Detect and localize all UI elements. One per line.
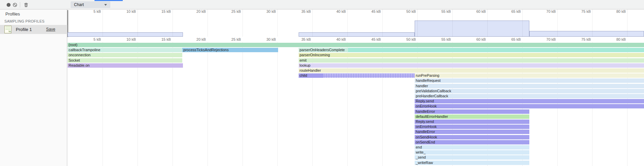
flame-bar[interactable]: Reply.send bbox=[415, 120, 529, 124]
flame-bar-label: preValidationCallback bbox=[416, 89, 451, 93]
overview-memory-area-segment[interactable] bbox=[529, 31, 644, 37]
flame-bar[interactable]: onErrorHook bbox=[415, 125, 529, 129]
flame-bar[interactable]: processTicksAndRejections bbox=[182, 48, 278, 52]
axis-gridline bbox=[277, 9, 278, 37]
flame-bar-label: (root) bbox=[69, 43, 77, 47]
flame-bar[interactable]: emit bbox=[299, 58, 644, 63]
axis-tick-label: 70 kB bbox=[546, 9, 556, 13]
flame-bar-label: Reply.send bbox=[416, 120, 434, 124]
axis-gridline bbox=[557, 9, 558, 37]
flame-bar[interactable]: Reply.send bbox=[415, 99, 644, 103]
axis-gridline bbox=[242, 42, 243, 166]
axis-gridline bbox=[312, 9, 313, 37]
flame-bar[interactable]: write_ bbox=[415, 150, 529, 155]
axis-tick-label: 35 kB bbox=[301, 9, 311, 13]
axis-tick-label: 60 kB bbox=[476, 9, 486, 13]
flame-bar[interactable]: handleRequest bbox=[415, 78, 644, 83]
flame-bar[interactable]: preValidationCallback bbox=[415, 89, 644, 93]
profile-icon-percent: % bbox=[8, 30, 11, 33]
axis-gridline bbox=[487, 9, 488, 37]
axis-gridline bbox=[382, 9, 383, 37]
flame-bar-label: write_ bbox=[416, 150, 425, 155]
flame-bar[interactable]: onconnection bbox=[68, 53, 182, 57]
axis-tick-label: 75 kB bbox=[581, 9, 591, 13]
flame-bar[interactable]: handleError bbox=[415, 109, 529, 114]
flame-bar[interactable]: runPreParsing bbox=[415, 73, 644, 78]
flame-bar-label: defaultErrorHandler bbox=[416, 114, 448, 119]
flame-bar[interactable]: (root) bbox=[68, 43, 644, 47]
axis-gridline bbox=[207, 9, 208, 37]
flame-bar[interactable]: _send bbox=[415, 155, 529, 160]
axis-tick-label: 40 kB bbox=[336, 9, 346, 13]
axis-tick-label: 25 kB bbox=[231, 37, 241, 41]
axis-gridline bbox=[592, 9, 593, 37]
record-button[interactable] bbox=[6, 2, 11, 7]
profiler-toolbar: Chart bbox=[0, 0, 644, 9]
axis-tick-label: 10 kB bbox=[126, 37, 136, 41]
flame-chart-pane[interactable]: 5 kB10 kB15 kB20 kB25 kB30 kB35 kB40 kB4… bbox=[67, 9, 644, 166]
flame-bar[interactable]: Readable.on bbox=[68, 63, 183, 68]
devtools-memory-panel: Chart Profiles SAMPLING PROFILES % Profi… bbox=[0, 0, 644, 166]
sampling-profiles-section-label: SAMPLING PROFILES bbox=[4, 19, 44, 23]
flame-bar[interactable]: lookup bbox=[299, 63, 644, 68]
axis-tick-label: 45 kB bbox=[371, 37, 381, 41]
flame-bar-label: onErrorHook bbox=[416, 125, 437, 129]
flame-bar-label: emit bbox=[300, 58, 307, 63]
axis-gridline bbox=[347, 9, 348, 37]
toolbar-separator bbox=[20, 2, 20, 7]
flame-bar-label: processTicksAndRejections bbox=[183, 48, 229, 52]
chart-view-select-value: Chart bbox=[74, 2, 84, 7]
flame-bar-label: Readable.on bbox=[69, 63, 89, 68]
flame-bar[interactable]: parserOnIncoming bbox=[299, 53, 644, 57]
flame-bar[interactable]: onSendEnd bbox=[415, 140, 529, 144]
chevron-down-icon bbox=[104, 4, 107, 6]
flame-bar-label: onErrorHook bbox=[416, 104, 437, 108]
axis-tick-label: 5 kB bbox=[93, 37, 101, 41]
axis-tick-label: 50 kB bbox=[406, 9, 416, 13]
flame-bar-label: handler bbox=[416, 84, 428, 88]
axis-tick-label: 15 kB bbox=[161, 9, 171, 13]
overview-memory-area-segment[interactable] bbox=[68, 32, 183, 37]
axis-tick-label: 30 kB bbox=[266, 9, 276, 13]
flame-bar[interactable]: onErrorHook bbox=[415, 104, 644, 108]
flame-bar[interactable]: handler bbox=[415, 84, 644, 88]
profile-list-item[interactable]: % Profile 1 Save bbox=[0, 25, 67, 34]
axis-tick-label: 80 kB bbox=[616, 37, 626, 41]
chart-view-select[interactable]: Chart bbox=[71, 1, 110, 8]
flame-bar[interactable]: preHandlerCallback bbox=[415, 94, 644, 98]
axis-tick-label: 65 kB bbox=[512, 37, 521, 41]
sidebar-title: Profiles bbox=[5, 11, 20, 16]
flame-bar-label: handleError bbox=[416, 130, 435, 134]
flame-bar[interactable]: Socket bbox=[68, 58, 182, 63]
flame-bar-label: Reply.send bbox=[416, 99, 434, 103]
axis-tick-label: 75 kB bbox=[581, 37, 591, 41]
flame-bar-label: Socket bbox=[69, 58, 80, 63]
trash-icon[interactable] bbox=[24, 2, 29, 7]
flame-bar[interactable]: parserOnHeadersComplete bbox=[299, 48, 644, 52]
flame-bar[interactable]: _writeRaw bbox=[415, 161, 529, 165]
flame-bar-label: handleError bbox=[416, 109, 435, 114]
flame-bar[interactable]: end bbox=[415, 145, 529, 150]
flame-bar-label: onSendHook bbox=[416, 135, 437, 139]
axis-gridline bbox=[627, 9, 628, 37]
flame-bar-label: parserOnHeadersComplete bbox=[300, 48, 345, 52]
flame-bar-sample-dots bbox=[323, 73, 415, 78]
overview-memory-area-segment[interactable] bbox=[415, 21, 529, 37]
flame-bar[interactable]: callbackTrampoline bbox=[68, 48, 182, 52]
flame-bar[interactable]: onSendHook bbox=[415, 135, 529, 139]
flame-bar[interactable]: routeHandler bbox=[299, 68, 644, 73]
profile-save-link[interactable]: Save bbox=[46, 27, 55, 32]
flame-bar[interactable]: defaultErrorHandler bbox=[415, 114, 529, 119]
axis-tick-label: 15 kB bbox=[161, 37, 171, 41]
flame-bar[interactable]: child bbox=[299, 73, 415, 78]
flame-bar-label: end bbox=[416, 145, 422, 150]
selected-tab-indicator bbox=[94, 0, 123, 1]
overview-memory-area-segment[interactable] bbox=[299, 32, 415, 37]
axis-tick-label: 55 kB bbox=[441, 37, 451, 41]
profiles-sidebar: Profiles SAMPLING PROFILES % Profile 1 S… bbox=[0, 9, 67, 166]
axis-gridline bbox=[417, 9, 418, 37]
flame-bar-label: routeHandler bbox=[300, 68, 321, 73]
flame-bar[interactable]: handleError bbox=[415, 130, 529, 134]
clear-block-icon[interactable] bbox=[12, 2, 17, 7]
flame-bar-label: runPreParsing bbox=[416, 73, 439, 78]
